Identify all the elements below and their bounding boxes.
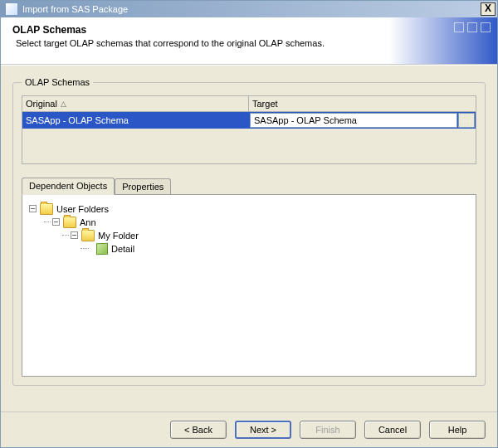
schema-table: Original △ Target SASApp - OLAP Schema S… — [22, 95, 476, 164]
expander-icon[interactable]: – — [71, 231, 78, 239]
cell-target: SASApp - OLAP Schema ... — [249, 112, 476, 129]
header-decor-boxes — [454, 22, 491, 32]
folder-icon — [81, 230, 95, 241]
tree-node-detail[interactable]: Detail — [84, 242, 469, 255]
expander-icon[interactable]: – — [29, 205, 37, 212]
cell-original: SASApp - OLAP Schema — [22, 112, 249, 129]
window-title: Import from SAS Package — [22, 4, 481, 14]
tree-label: Ann — [80, 217, 96, 227]
tree-label: My Folder — [98, 231, 139, 241]
tabs: Dependent Objects Properties – User Fold… — [22, 178, 476, 377]
tree-node-ann[interactable]: – Ann — [47, 216, 469, 228]
group-legend: OLAP Schemas — [22, 77, 93, 87]
help-button[interactable]: Help — [429, 421, 486, 439]
col-target[interactable]: Target — [249, 96, 476, 111]
cube-icon — [96, 242, 108, 255]
finish-button: Finish — [300, 421, 356, 439]
olap-schemas-group: OLAP Schemas Original △ Target SASApp - … — [12, 77, 486, 386]
back-button[interactable]: < Back — [170, 421, 227, 439]
browse-button[interactable]: ... — [458, 113, 475, 128]
titlebar: Import from SAS Package X — [1, 1, 497, 17]
tree-connector — [84, 245, 93, 252]
next-button[interactable]: Next > — [235, 421, 291, 439]
tree-root: – User Folders – An — [29, 202, 469, 258]
close-button[interactable]: X — [481, 2, 496, 16]
target-input[interactable]: SASApp - OLAP Schema — [250, 113, 457, 128]
dialog-window: Import from SAS Package X OLAP Schemas S… — [0, 0, 498, 448]
sort-asc-icon: △ — [61, 100, 66, 108]
button-bar: < Back Next > Finish Cancel Help — [1, 411, 497, 439]
tree-node-my-folder[interactable]: – My Folder — [66, 229, 469, 241]
folder-icon — [63, 217, 76, 228]
cancel-button[interactable]: Cancel — [364, 421, 421, 439]
body: OLAP Schemas Original △ Target SASApp - … — [1, 66, 497, 386]
tab-panel-dependent: – User Folders – An — [22, 194, 476, 377]
tree-label: User Folders — [56, 204, 109, 214]
col-original-label: Original — [26, 99, 57, 109]
col-target-label: Target — [252, 99, 278, 109]
expander-icon[interactable]: – — [52, 218, 60, 226]
tab-dependent-objects[interactable]: Dependent Objects — [22, 178, 115, 195]
table-header: Original △ Target — [22, 96, 476, 112]
table-empty-area — [22, 129, 476, 163]
folder-icon — [40, 203, 53, 215]
col-original[interactable]: Original △ — [22, 96, 249, 111]
tab-properties[interactable]: Properties — [115, 178, 171, 194]
tab-strip: Dependent Objects Properties — [22, 178, 476, 194]
app-icon — [5, 2, 18, 16]
tree-label: Detail — [111, 244, 134, 254]
header-banner: OLAP Schemas Select target OLAP schemas … — [1, 17, 497, 65]
table-row[interactable]: SASApp - OLAP Schema SASApp - OLAP Schem… — [22, 112, 476, 129]
tree-node-user-folders[interactable]: – User Folders — [29, 202, 469, 215]
